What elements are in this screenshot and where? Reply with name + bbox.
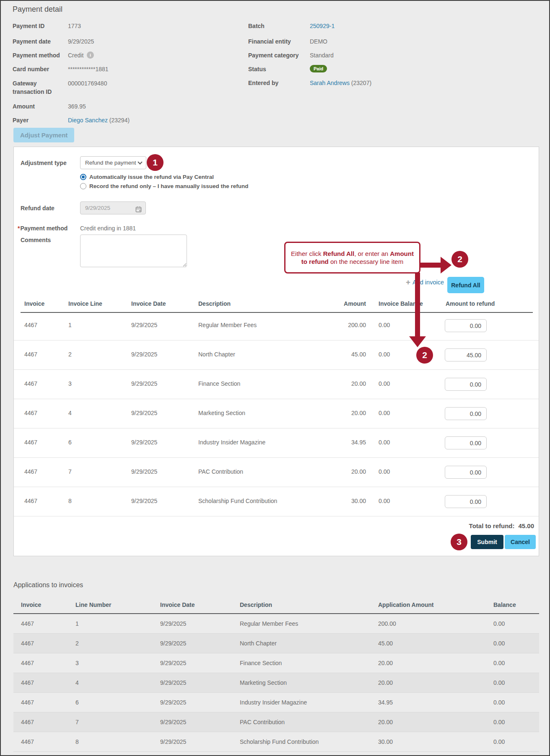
header-invoice-date: Invoice Date [160,601,195,608]
applications-row: 4467 7 9/29/2025 PAC Contribution 20.00 … [13,712,539,732]
batch-label: Batch [248,22,265,30]
header-invoice: Invoice [21,601,41,608]
adjustment-type-select[interactable]: Refund the payment [80,156,146,169]
payment-date-label: Payment date [13,37,51,46]
invoice-link[interactable]: 4467 [21,640,34,647]
applications-title: Applications to invoices [13,581,83,589]
payment-method-label: Payment method [13,51,60,59]
payer-label: Payer [13,116,29,124]
annotation-arrow-right-head [441,257,451,274]
invoice-link[interactable]: 4467 [21,660,34,666]
refund-all-button[interactable]: Refund All [447,277,484,293]
applications-table-header: Invoice Line Number Invoice Date Descrip… [13,601,539,610]
entered-by-label: Entered by [248,79,278,87]
applications-row: 4467 2 9/29/2025 North Chapter 45.00 0.0… [13,634,539,653]
header-invoice: Invoice [24,300,44,307]
header-description: Description [240,601,272,608]
adjustment-type-label: Adjustment type [21,159,67,167]
entered-by-id-suffix: (23207) [350,80,371,86]
annotation-arrow-right [420,263,441,268]
financial-entity-label: Financial entity [248,37,291,46]
financial-entity-value: DEMO [310,37,327,46]
invoice-link[interactable]: 4467 [24,498,37,504]
amount-value: 369.95 [68,102,86,111]
header-description: Description [198,300,231,307]
refund-table-header: Invoice Invoice Line Invoice Date Descri… [14,300,539,309]
payment-method-value: Credit [68,51,83,59]
header-balance: Balance [493,601,516,608]
invoice-link[interactable]: 4467 [21,699,34,706]
refund-date-input[interactable]: 9/29/2025 [80,201,146,214]
refund-table-row: 4467 6 9/29/2025 Industry Insider Magazi… [14,428,539,458]
radio-auto-refund[interactable]: Automatically issue the refund via Pay C… [80,173,214,181]
header-amount-to-refund: Amount to refund [446,300,495,307]
refund-payment-method-value: Credit ending in 1881 [80,224,136,232]
payment-id-value: 1773 [68,22,81,30]
refund-table-row: 4467 4 9/29/2025 Marketing Section 20.00… [14,399,539,428]
payment-category-label: Payment category [248,51,299,59]
required-asterisk: * [18,225,20,232]
header-amount: Amount [324,300,366,307]
radio-record-only[interactable]: Record the refund only – I have manually… [80,182,249,190]
info-icon[interactable]: i [87,52,94,59]
card-number-value: ************1881 [68,65,109,73]
amount-to-refund-input[interactable] [445,436,487,449]
payment-detail-page: Payment detail Payment ID 1773 Payment d… [0,0,550,756]
amount-to-refund-input[interactable] [445,466,487,479]
radio-unselected-icon[interactable] [80,183,86,189]
refund-table-row: 4467 8 9/29/2025 Scholarship Fund Contri… [14,487,539,516]
comments-label: Comments [21,236,51,244]
refund-table-row: 4467 2 9/29/2025 North Chapter 45.00 0.0… [14,341,539,370]
gateway-transaction-id-value: 000001769480 [68,79,107,88]
amount-to-refund-input[interactable] [445,348,487,361]
status-label: Status [248,65,266,73]
step-3-circle: 3 [451,534,467,550]
radio-auto-refund-label: Automatically issue the refund via Pay C… [89,174,214,180]
total-to-refund-label: Total to refund: [469,522,515,529]
invoice-link[interactable]: 4467 [24,468,37,475]
amount-label: Amount [13,102,35,111]
invoice-link[interactable]: 4467 [21,719,34,725]
batch-link[interactable]: 250929-1 [310,23,335,29]
payer-link[interactable]: Diego Sanchez [68,117,108,124]
entered-by-value: Sarah Andrews (23207) [310,79,371,87]
entered-by-link[interactable]: Sarah Andrews [310,80,350,86]
amount-to-refund-input[interactable] [445,495,487,508]
refund-date-value: 9/29/2025 [85,205,110,211]
header-invoice-date: Invoice Date [131,300,166,307]
payment-id-label: Payment ID [13,22,44,30]
add-invoice-link[interactable]: + Add invoice [406,279,444,286]
comments-textarea[interactable] [80,235,187,267]
amount-to-refund-input[interactable] [445,407,487,420]
amount-to-refund-input[interactable] [445,378,487,391]
applications-row: 4467 3 9/29/2025 Finance Section 20.00 0… [13,653,539,673]
invoice-link[interactable]: 4467 [24,439,37,446]
invoice-link[interactable]: 4467 [21,738,34,745]
adjustment-type-selected: Refund the payment [85,160,136,166]
applications-row: 4467 4 9/29/2025 Marketing Section 20.00… [13,673,539,693]
refund-date-label: Refund date [21,204,54,212]
chevron-down-icon [138,160,142,164]
step-2-circle-line-item: 2 [416,347,433,364]
radio-record-only-label: Record the refund only – I have manually… [89,183,249,189]
invoice-link[interactable]: 4467 [24,322,37,328]
invoice-link[interactable]: 4467 [21,679,34,686]
plus-icon: + [406,279,410,286]
invoice-link[interactable]: 4467 [24,351,37,358]
invoice-link[interactable]: 4467 [21,620,34,627]
invoice-link[interactable]: 4467 [24,410,37,416]
page-title: Payment detail [13,5,62,14]
payer-value: Diego Sanchez (23294) [68,116,130,124]
annotation-arrow-down [415,273,420,336]
amount-to-refund-input[interactable] [445,319,487,332]
submit-button[interactable]: Submit [471,535,503,549]
adjust-payment-button[interactable]: Adjust Payment [13,128,74,142]
step-1-circle: 1 [147,154,163,171]
radio-selected-icon[interactable] [80,174,86,180]
payment-category-value: Standard [310,51,334,59]
total-to-refund-value: 45.00 [518,522,534,529]
invoice-link[interactable]: 4467 [24,380,37,387]
cancel-button[interactable]: Cancel [505,535,536,549]
batch-value: 250929-1 [310,22,335,30]
card-number-label: Card number [13,65,49,73]
